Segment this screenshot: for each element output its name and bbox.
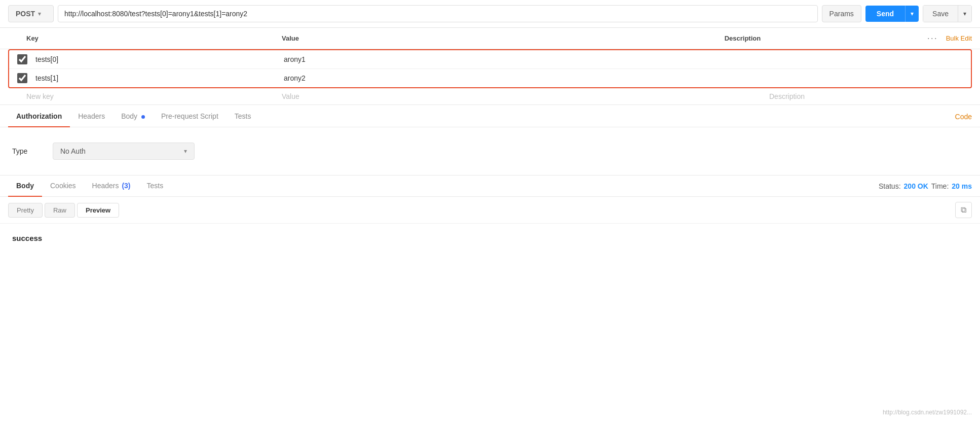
table-row: tests[0] arony1 [9,50,971,69]
time-label: Time: [931,182,949,190]
response-tab-tests[interactable]: Tests [139,175,172,197]
bulk-edit-button[interactable]: Bulk Edit [946,34,972,42]
param-row-inner-0: tests[0] arony1 [17,54,963,64]
send-dropdown-button[interactable]: ▾ [905,6,919,22]
response-meta: Status: 200 OK Time: 20 ms [879,182,972,190]
col-actions: ··· Bulk Edit [927,33,972,44]
response-tabs-bar: Body Cookies Headers (3) Tests Status: 2… [0,175,980,197]
top-bar: POST ▾ Params Send ▾ Save ▾ [0,0,980,28]
param-row-inner-1: tests[1] arony2 [17,73,963,83]
new-key-placeholder[interactable]: New key [8,92,282,100]
status-label: Status: [879,182,901,190]
request-tabs-bar: Authorization Headers Body Pre-request S… [0,106,980,127]
auth-type-select[interactable]: No Auth ▾ [53,143,195,160]
tab-pre-request[interactable]: Pre-request Script [153,106,227,127]
auth-section: Type No Auth ▾ [0,127,980,175]
response-content: success [0,224,980,253]
tab-authorization[interactable]: Authorization [8,106,70,127]
param-value-1: arony2 [284,74,760,82]
params-header: Key Value Description ··· Bulk Edit [0,28,980,49]
new-desc-placeholder[interactable]: Description [769,92,972,100]
copy-icon: ⧉ [961,205,966,214]
response-tab-body[interactable]: Body [8,175,42,197]
preview-button[interactable]: Preview [77,203,119,218]
method-chevron-icon: ▾ [38,11,41,17]
method-label: POST [16,10,35,18]
more-options-button[interactable]: ··· [927,33,938,44]
tab-tests[interactable]: Tests [227,106,259,127]
new-param-row: New key Value Description [0,88,980,104]
send-chevron-icon: ▾ [911,10,914,17]
method-button[interactable]: POST ▾ [8,5,54,22]
params-button[interactable]: Params [822,5,861,22]
time-value: 20 ms [952,182,972,190]
send-group: Send ▾ [865,6,919,22]
auth-type-chevron-icon: ▾ [184,148,187,155]
save-button[interactable]: Save [923,5,958,22]
param-key-1: tests[1] [35,74,284,82]
body-dot-indicator [141,115,145,119]
params-rows-container: tests[0] arony1 tests[1] arony2 [8,49,972,88]
save-dropdown-button[interactable]: ▾ [958,5,972,22]
headers-badge: (3) [122,182,130,190]
params-section: Key Value Description ··· Bulk Edit test… [0,28,980,105]
pretty-button[interactable]: Pretty [8,203,43,218]
copy-button[interactable]: ⧉ [955,202,972,218]
tab-body[interactable]: Body [113,106,153,127]
raw-button[interactable]: Raw [45,203,75,218]
auth-type-label: Type [12,147,43,155]
param-value-0: arony1 [284,55,760,63]
send-button[interactable]: Send [865,6,905,22]
param-checkbox-1[interactable] [17,73,27,83]
code-link[interactable]: Code [955,107,972,127]
table-row: tests[1] arony2 [9,69,971,87]
auth-type-row: Type No Auth ▾ [12,143,968,160]
response-section: Body Cookies Headers (3) Tests Status: 2… [0,175,980,253]
response-tab-headers[interactable]: Headers (3) [84,175,139,197]
col-key-header: Key [8,34,282,42]
param-key-0: tests[0] [35,55,284,63]
save-group: Save ▾ [923,5,972,22]
tab-headers[interactable]: Headers [70,106,113,127]
watermark: http://blog.csdn.net/zw1991092... [883,409,972,416]
status-value: 200 OK [904,182,928,190]
save-chevron-icon: ▾ [963,10,966,17]
col-value-header: Value [282,34,725,42]
new-value-placeholder[interactable]: Value [282,92,769,100]
response-body-text: success [12,234,42,242]
url-input[interactable] [58,5,818,22]
param-checkbox-0[interactable] [17,54,27,64]
auth-type-value: No Auth [60,147,86,155]
col-desc-header: Description [725,34,927,42]
response-tab-cookies[interactable]: Cookies [42,175,84,197]
response-body-toolbar: Pretty Raw Preview ⧉ [0,197,980,224]
